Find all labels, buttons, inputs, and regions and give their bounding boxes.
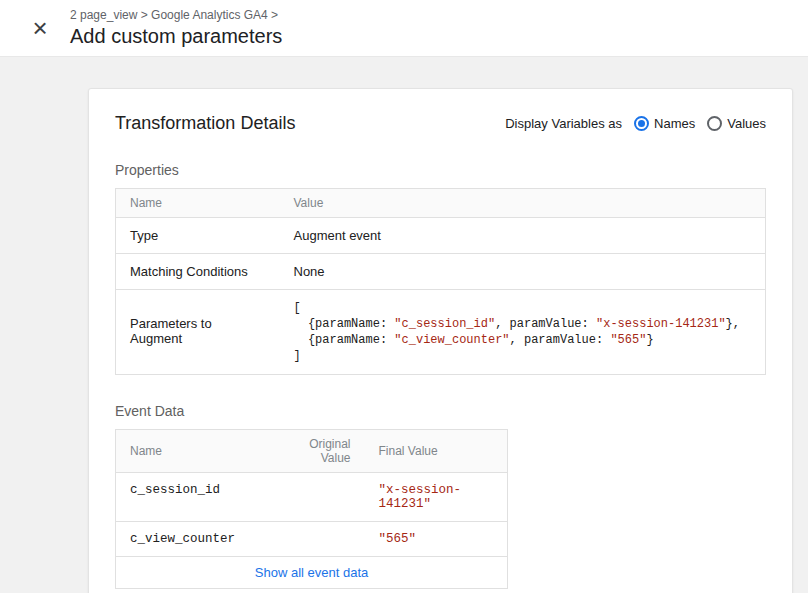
property-value: None [280,254,766,290]
table-row: Type Augment event [116,218,766,254]
properties-section-title: Properties [115,162,766,178]
event-data-footer-cell: Show all event data [116,557,508,589]
page-title: Add custom parameters [70,24,282,48]
top-header: × 2 page_view > Google Analytics GA4 > A… [0,0,808,57]
property-value: Augment event [280,218,766,254]
event-original-value [269,473,365,522]
header-titles: 2 page_view > Google Analytics GA4 > Add… [70,8,282,48]
event-data-header-row: Name Original Value Final Value [116,430,508,473]
radio-values[interactable]: Values [707,116,766,131]
event-data-section-title: Event Data [115,403,766,419]
card-title: Transformation Details [115,113,295,134]
event-data-table: Name Original Value Final Value c_sessio… [115,429,508,589]
property-value: [ {paramName: "c_session_id", paramValue… [280,290,766,375]
event-original-value [269,522,365,557]
table-row: c_session_id "x-session-141231" [116,473,508,522]
event-final-value: "565" [365,522,508,557]
event-name: c_view_counter [116,522,269,557]
event-name: c_session_id [116,473,269,522]
transformation-details-card: Transformation Details Display Variables… [88,88,793,593]
show-all-event-data-link[interactable]: Show all event data [255,565,368,580]
display-variables-toggle: Display Variables as Names Values [505,116,766,131]
property-name: Matching Conditions [116,254,280,290]
parameters-code: [ {paramName: "c_session_id", paramValue… [294,300,752,364]
main-content: Transformation Details Display Variables… [0,57,808,593]
properties-col-name: Name [116,189,280,218]
radio-names[interactable]: Names [634,116,695,131]
event-data-footer-row: Show all event data [116,557,508,589]
radio-values-icon [707,116,722,131]
property-name: Parameters to Augment [116,290,280,375]
table-row: c_view_counter "565" [116,522,508,557]
properties-table: Name Value Type Augment event Matching C… [115,188,766,375]
event-col-name: Name [116,430,269,473]
event-col-original-value: Original Value [269,430,365,473]
property-name: Type [116,218,280,254]
table-row: Parameters to Augment [ {paramName: "c_s… [116,290,766,375]
breadcrumb: 2 page_view > Google Analytics GA4 > [70,8,282,22]
radio-names-label: Names [654,116,695,131]
radio-names-icon [634,116,649,131]
display-variables-label: Display Variables as [505,116,622,131]
event-col-final-value: Final Value [365,430,508,473]
card-header: Transformation Details Display Variables… [115,113,766,134]
properties-header-row: Name Value [116,189,766,218]
properties-col-value: Value [280,189,766,218]
radio-values-label: Values [727,116,766,131]
event-final-value: "x-session-141231" [365,473,508,522]
close-icon[interactable]: × [28,13,52,43]
table-row: Matching Conditions None [116,254,766,290]
